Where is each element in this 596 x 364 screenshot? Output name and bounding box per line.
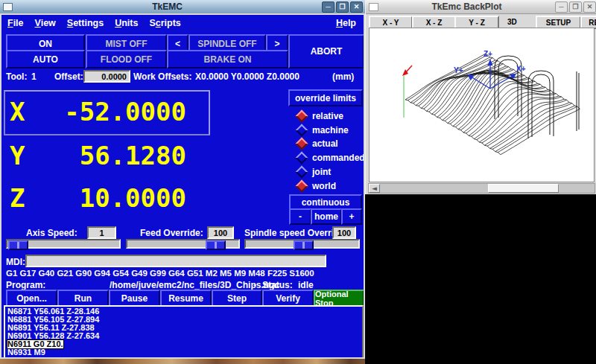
units-label: (mm) [332,71,354,82]
tool-value: 1 [31,71,37,82]
menu-file[interactable]: File [7,18,24,28]
flood-button[interactable]: FLOOD OFF [86,50,167,68]
minimize-icon[interactable]: ─ [322,1,335,13]
home-button[interactable]: home [311,208,342,225]
status-label: Status: [262,280,293,290]
radio-machine[interactable]: machine [297,125,349,135]
svg-text:Z+: Z+ [484,50,492,58]
window-icon [3,3,13,11]
radio-diamond-icon[interactable] [296,138,308,150]
menu-view[interactable]: View [35,18,56,28]
radio-label: commanded [312,153,365,163]
pause-button[interactable]: Pause [109,290,160,307]
radio-diamond-icon[interactable] [296,152,308,165]
maximize-icon[interactable]: ❐ [569,1,582,13]
dro-axis-value: 56.1280 [80,141,186,171]
backplot-window: TkEmc BackPlot ─ ❐ ✕ X - Y X - Z Y - Z 3… [365,0,596,194]
titlebar[interactable]: TkEMC ─ ❐ ✕ [0,0,365,14]
radio-diamond-icon[interactable] [296,110,308,123]
work-offsets-value: X0.0000 Y0.0000 Z0.0000 [195,71,299,82]
menu-help[interactable]: Help [336,18,356,28]
work-offsets-label: Work Offsets: [133,71,191,82]
close-icon[interactable]: ✕ [583,1,596,13]
jog-continuous-button[interactable]: continuous [289,194,362,210]
backplot-titlebar[interactable]: TkEmc BackPlot ─ ❐ ✕ [366,0,596,14]
offset-label: Offset: [54,71,83,82]
dro-axis-y[interactable]: Y 56.1280 [5,141,206,171]
backplot-scrollbar-thumb[interactable] [488,184,559,193]
axis-speed-slider-thumb[interactable] [8,240,28,250]
desktop-wallpaper-strip [0,359,365,364]
jog-minus-button[interactable]: - [289,208,311,225]
close-icon[interactable]: ✕ [350,1,363,13]
radio-relative[interactable]: relative [297,111,343,121]
menu-units[interactable]: Units [115,18,138,28]
spindle-override-slider[interactable] [244,239,360,249]
backplot-window-title: TkEmc BackPlot [378,1,555,12]
dro-axis-letter: Y [10,141,25,171]
axis-speed-label: Axis Speed: [26,228,77,238]
radio-label: actual [312,138,338,149]
dro-axis-letter: X [10,98,25,127]
verify-button[interactable]: Verify [262,290,314,307]
radio-diamond-icon[interactable] [296,124,308,136]
window-title: TkEMC [13,1,322,12]
jog-plus-button[interactable]: + [341,208,362,225]
radio-world[interactable]: world [297,181,336,191]
radio-label: machine [312,125,349,135]
resume-button[interactable]: Resume [160,290,212,307]
run-button[interactable]: Run [57,290,109,307]
feed-override-slider-thumb[interactable] [206,240,226,250]
brake-button[interactable]: BRAKE ON [167,50,288,68]
step-button[interactable]: Step [212,290,262,307]
dro-axis-letter: Z [10,184,25,214]
menubar: FileViewSettingsUnitsScriptsHelp [1,14,364,32]
window-icon [369,3,378,11]
minimize-icon[interactable]: ─ [555,1,568,13]
radio-actual[interactable]: actual [297,138,338,149]
radio-diamond-icon[interactable] [296,165,308,178]
radio-diamond-icon[interactable] [296,179,308,192]
svg-text:X+: X+ [516,65,526,73]
menu-settings[interactable]: Settings [67,18,104,28]
radio-label: relative [312,111,343,121]
view-3d-toggle[interactable]: 3D [507,18,517,26]
svg-text:Y+: Y+ [454,66,463,74]
mdi-label: MDI: [6,257,25,267]
feed-override-slider[interactable] [126,239,240,249]
program-status-separator: - [253,280,256,290]
feed-override-label: Feed Override: [140,228,203,238]
mdi-input[interactable] [25,255,326,267]
dro-axis-value: -52.0000 [64,98,186,127]
optional-stop-button[interactable]: Optional Stop [314,290,364,307]
radio-label: joint [312,167,331,177]
radio-label: world [312,181,336,191]
status-value: idle [298,280,314,290]
spindle-override-value: 100 [332,226,356,239]
dro-axis-z[interactable]: Z 10.0000 [5,184,206,214]
axis-speed-slider[interactable] [6,239,121,249]
dro-axis-value: 10.0000 [80,184,186,214]
program-label: Program: [6,280,45,290]
tkemc-window: TkEMC ─ ❐ ✕ FileViewSettingsUnitsScripts… [0,0,365,359]
tool-label: Tool: [6,71,27,82]
backplot-scrollbar[interactable]: ◄ [368,183,595,194]
listing-line[interactable]: N6931 M9 [7,348,45,357]
offset-field[interactable]: 0.0000 [83,70,130,83]
open-button[interactable]: Open... [6,290,57,307]
mode-auto-button[interactable]: AUTO [6,50,85,68]
override-limits-button[interactable]: override limits [288,89,363,106]
active-gcodes: G1 G17 G40 G21 G90 G94 G54 G49 G99 G64 G… [6,269,314,278]
backplot-canvas[interactable]: Z+Y+X+ [369,28,595,182]
program-listing[interactable]: N6871 Y56.061 Z-28.146N6881 Y56.105 Z-27… [4,305,364,360]
scroll-left-icon[interactable]: ◄ [369,184,380,193]
radio-commanded[interactable]: commanded [297,153,365,163]
axis-speed-value: 1 [87,226,116,239]
maximize-icon[interactable]: ❐ [336,1,349,13]
dro-axis-x[interactable]: X -52.0000 [5,98,206,127]
radio-joint[interactable]: joint [297,167,331,177]
feed-override-value: 100 [207,226,234,239]
menu-scripts[interactable]: Scripts [149,18,180,28]
spindle-override-slider-thumb[interactable] [294,240,314,250]
abort-button[interactable]: ABORT [288,34,364,68]
